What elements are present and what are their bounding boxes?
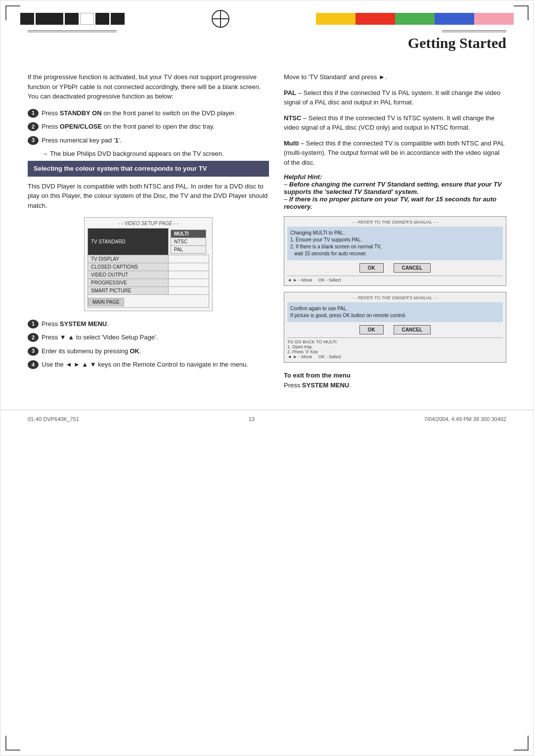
tv-setup-title: - - VIDEO SETUP PAGE - - xyxy=(88,221,209,226)
dialog1-line1: Changing MULTI to PAL: xyxy=(290,230,500,236)
color-block-red xyxy=(356,13,375,25)
dialog2-title: - - REFER TO THE OWNER'S MANUAL - - xyxy=(287,295,503,300)
step-m-4-text: Use the ◄ ► ▲ ▼ keys on the Remote Contr… xyxy=(42,360,269,370)
footer-left: 01-40 DVP640K_751 xyxy=(28,416,79,422)
bar-block xyxy=(65,13,79,25)
step-navigate: 4 Use the ◄ ► ▲ ▼ keys on the Remote Con… xyxy=(28,360,269,370)
step-3-text: Press numerical key pad '1'. xyxy=(42,136,269,145)
dialog1-content: Changing MULTI to PAL: 1. Ensure your TV… xyxy=(287,227,503,260)
dialog2-cancel-button[interactable]: CANCEL xyxy=(394,325,431,334)
tv-standard-row: TV STANDARD MULTI NTSC PAL xyxy=(88,229,209,255)
thin-line xyxy=(442,30,506,31)
step-2-text: Press OPEN/CLOSE on the front panel to o… xyxy=(42,122,269,132)
dialog2-content: Confirm again to use PAL. If picture is … xyxy=(287,302,503,322)
decorative-lines xyxy=(0,28,534,32)
dialog1-footer: ◄ ► - Move OK - Select xyxy=(287,276,503,283)
footer-center: 13 xyxy=(249,416,255,422)
dialog2-line2: If picture is good, press OK button on r… xyxy=(290,312,500,319)
dialog-box-1: - - REFER TO THE OWNER'S MANUAL - - Chan… xyxy=(284,216,506,286)
tv-setup-table: TV STANDARD MULTI NTSC PAL xyxy=(88,228,209,308)
color-block-blue2 xyxy=(454,13,474,25)
step-m-3-text: Enter its submenu by pressing OK. xyxy=(42,346,269,356)
tv-display-cell: TV DISPLAY xyxy=(88,255,169,263)
step-num-3: 3 xyxy=(28,136,39,145)
bar-block-white xyxy=(80,13,94,25)
video-output-cell: VIDEO OUTPUT xyxy=(88,271,169,279)
color-block-green2 xyxy=(415,13,435,25)
top-bar-center xyxy=(144,9,296,28)
dialog2-ok-button[interactable]: OK xyxy=(359,325,384,334)
corner-decoration-tr xyxy=(514,5,529,20)
ntsc-text: – Select this if the connected TV is NTS… xyxy=(284,114,494,132)
smart-picture-cell: SMART PICTURE xyxy=(88,286,169,294)
exit-system-menu-bold: SYSTEM MENU xyxy=(302,381,349,389)
color-block-pink2 xyxy=(494,13,514,25)
bar-block xyxy=(111,13,125,25)
multi-option: MULTI xyxy=(171,230,206,237)
color-block-yellow2 xyxy=(336,13,356,25)
move-to-tv-standard: Move to 'TV Standard' and press ►. xyxy=(284,72,506,82)
center-spacer xyxy=(117,30,245,32)
section-box: Selecting the colour system that corresp… xyxy=(28,161,269,177)
corner-decoration-bl xyxy=(5,736,20,751)
color-block-yellow xyxy=(316,13,336,25)
pal-label: PAL xyxy=(284,89,296,96)
dialog1-line4: wait 15 seconds for auto recover. xyxy=(290,250,500,257)
main-content: If the progressive function is activated… xyxy=(0,62,534,390)
step-m-num-2: 2 xyxy=(28,333,39,342)
bottom-bar: 01-40 DVP640K_751 13 7/04/2004, 4:49 PM … xyxy=(0,410,534,428)
step-1-text: Press STANDBY ON on the front panel to s… xyxy=(42,108,269,118)
top-bar-left xyxy=(20,9,125,28)
dialog1-line2: 1. Ensure your TV supports PAL. xyxy=(290,236,500,243)
bar-block xyxy=(36,13,63,25)
intro-paragraph: If the progressive function is activated… xyxy=(28,72,269,101)
dialog1-ok-button[interactable]: OK xyxy=(359,263,384,273)
step-num-1: 1 xyxy=(28,109,39,118)
multi-text: – Select this if the connected TV is com… xyxy=(284,140,504,166)
hint-bold1: Before changing the current TV Standard … xyxy=(284,181,502,195)
crosshair-icon xyxy=(212,10,229,28)
dialog1-line3: 2. If there is a blank screen on normal … xyxy=(290,243,500,250)
page: Getting Started If the progressive funct… xyxy=(0,0,534,756)
multi-label: Multi xyxy=(284,140,299,147)
footer-right: 7/04/2004, 4:49 PM 39 300 30402 xyxy=(424,416,506,422)
exit-menu-text: Press SYSTEM MENU. xyxy=(284,381,351,389)
ntsc-option: NTSC xyxy=(171,237,206,245)
page-title-row: Getting Started xyxy=(0,35,534,51)
color-block-red2 xyxy=(375,13,395,25)
exit-menu-section: To exit from the menu Press SYSTEM MENU. xyxy=(284,371,506,390)
keypad-1-bold: 1 xyxy=(115,137,118,144)
pal-text: – Select this if the connected TV is PAL… xyxy=(284,89,500,106)
step-m-num-1: 1 xyxy=(28,320,39,329)
dialog2-go-back-label: TO GO BACK TO MULTI: xyxy=(287,339,503,344)
helpful-hint-section: Helpful Hint: – Before changing the curr… xyxy=(284,173,506,210)
pal-section: PAL – Select this if the connected TV is… xyxy=(284,88,506,107)
step-num-2: 2 xyxy=(28,122,39,131)
step-m-2-text: Press ▼ ▲ to select 'Video Setup Page'. xyxy=(42,332,269,342)
dialog2-go-back-2: 2. Press '3' Key xyxy=(287,349,503,354)
left-column: If the progressive function is activated… xyxy=(28,72,269,390)
left-lines xyxy=(28,30,117,32)
pal-option: PAL xyxy=(171,245,206,253)
thin-line xyxy=(442,32,506,32)
tv-setup-diagram: - - VIDEO SETUP PAGE - - TV STANDARD MUL… xyxy=(84,217,213,311)
system-menu-bold: SYSTEM MENU xyxy=(60,320,107,328)
steps-section: 1 Press SYSTEM MENU. 2 Press ▼ ▲ to sele… xyxy=(28,319,269,370)
step-open-close: 2 Press OPEN/CLOSE on the front panel to… xyxy=(28,122,269,132)
ntsc-label: NTSC xyxy=(284,114,301,122)
bar-block xyxy=(95,13,109,25)
standby-bold: STANDBY ON xyxy=(60,109,102,117)
thin-line xyxy=(28,32,117,32)
top-bar-right xyxy=(316,9,514,28)
step-enter-submenu: 3 Enter its submenu by pressing OK. xyxy=(28,346,269,356)
dialog1-cancel-button[interactable]: CANCEL xyxy=(394,263,431,273)
open-close-bold: OPEN/CLOSE xyxy=(60,123,102,130)
color-block-green xyxy=(395,13,415,25)
dialog2-buttons: OK CANCEL xyxy=(287,325,503,334)
hint-bold2: If there is no proper picture on your TV… xyxy=(284,195,496,210)
dialog2-footer: TO GO BACK TO MULTI: 1. Open tray. 2. Pr… xyxy=(287,337,503,359)
exit-menu-title: To exit from the menu xyxy=(284,372,351,379)
step-3-sub: The blue Philips DVD background appears … xyxy=(42,149,269,159)
dialog1-title: - - REFER TO THE OWNER'S MANUAL - - xyxy=(287,220,503,225)
step-keypad: 3 Press numerical key pad '1'. xyxy=(28,136,269,145)
